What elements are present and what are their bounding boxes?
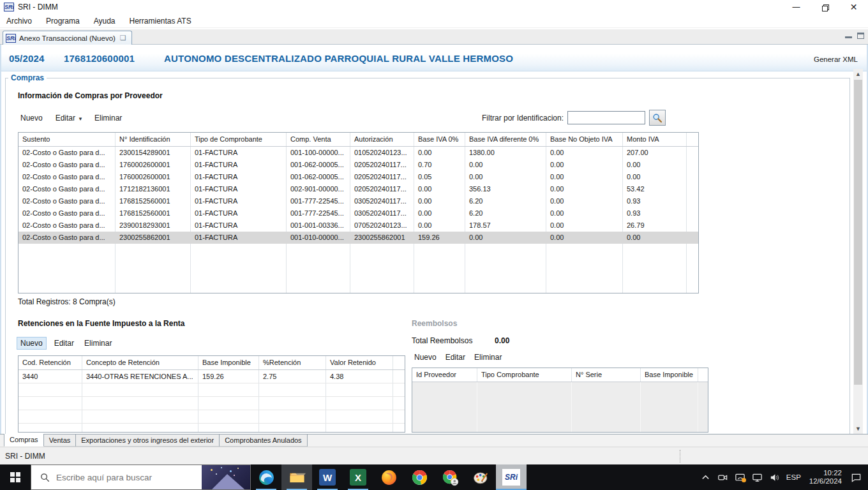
table-cell: 0.00 bbox=[546, 232, 623, 244]
table-cell: 356.13 bbox=[465, 183, 546, 195]
tab-compras[interactable]: Compras bbox=[4, 434, 44, 447]
table-cell: 1712182136001 bbox=[116, 183, 191, 195]
table-cell bbox=[326, 410, 393, 423]
column-header[interactable]: Base Imponible bbox=[198, 356, 259, 369]
table-row[interactable]: 02-Costo o Gasto para d...17600026000010… bbox=[19, 171, 698, 183]
compras-editar-button[interactable]: Editar▼ bbox=[52, 112, 87, 124]
filter-input[interactable] bbox=[567, 111, 645, 124]
taskbar-search[interactable] bbox=[31, 464, 251, 490]
column-header[interactable]: Monto IVA bbox=[623, 133, 687, 146]
restore-button[interactable] bbox=[811, 0, 839, 14]
table-row[interactable] bbox=[19, 397, 405, 410]
column-header[interactable]: Tipo Comprobante bbox=[477, 368, 572, 382]
table-cell: 02-Costo o Gasto para d... bbox=[19, 147, 116, 159]
column-separator bbox=[640, 382, 641, 432]
taxpayer-name-label: AUTONOMO DESCENTRALIZADO PARROQUIAL RURA… bbox=[164, 53, 513, 64]
table-row[interactable]: 02-Costo o Gasto para d...17600026000010… bbox=[19, 159, 698, 171]
tray-clock[interactable]: 10:22 12/6/2024 bbox=[809, 469, 842, 486]
menu-programa[interactable]: Programa bbox=[46, 17, 80, 26]
column-header[interactable]: Concepto de Retención bbox=[82, 356, 198, 369]
notification-cast-icon[interactable] bbox=[735, 471, 746, 483]
compras-table[interactable]: SustentoN° IdentificaciónTipo de Comprob… bbox=[18, 132, 699, 293]
minimize-button[interactable]: — bbox=[782, 0, 811, 14]
column-header[interactable]: N° Serie bbox=[572, 368, 641, 382]
reembolsos-eliminar-button[interactable]: Eliminar bbox=[470, 351, 505, 364]
taskbar-excel[interactable]: X bbox=[343, 464, 373, 490]
column-header[interactable]: Sustento bbox=[19, 133, 116, 146]
filter-search-button[interactable] bbox=[649, 110, 666, 126]
table-row[interactable]: 02-Costo o Gasto para d...17681525600010… bbox=[19, 207, 698, 219]
volume-icon[interactable] bbox=[769, 471, 781, 483]
table-cell: 020520240117... bbox=[350, 171, 414, 183]
table-row[interactable] bbox=[19, 383, 405, 397]
tab-close-icon[interactable]: ❏ bbox=[120, 34, 126, 42]
taskbar-edge[interactable] bbox=[251, 464, 281, 490]
start-button[interactable] bbox=[0, 464, 31, 490]
column-header[interactable]: %Retención bbox=[259, 356, 326, 369]
column-header[interactable]: Valor Retenido bbox=[326, 356, 393, 369]
tab-ventas[interactable]: Ventas bbox=[44, 434, 77, 447]
reembolsos-editar-button[interactable]: Editar bbox=[442, 351, 469, 364]
search-highlight-image[interactable] bbox=[202, 465, 250, 489]
taskbar-file-explorer[interactable] bbox=[281, 464, 312, 490]
taskbar-firefox[interactable] bbox=[373, 464, 404, 490]
table-row[interactable]: 02-Costo o Gasto para d...23002558620010… bbox=[19, 232, 698, 244]
tray-expand-chevron-icon[interactable] bbox=[700, 471, 712, 483]
table-row[interactable]: 02-Costo o Gasto para d...17681525600010… bbox=[19, 195, 698, 207]
reembolsos-title: Reembolsos bbox=[412, 319, 457, 328]
column-header[interactable]: Cod. Retención bbox=[19, 356, 82, 369]
action-center-icon[interactable] bbox=[850, 471, 862, 483]
column-header[interactable]: Tipo de Comprobante bbox=[191, 133, 287, 146]
taskbar-sri-dimm[interactable]: SRi bbox=[496, 464, 527, 490]
close-button[interactable]: ✕ bbox=[839, 0, 868, 14]
tab-exportaciones[interactable]: Exportaciones y otros ingresos del exter… bbox=[76, 434, 220, 447]
reembolsos-table[interactable]: Id ProveedorTipo ComprobanteN° SerieBase… bbox=[412, 368, 708, 433]
window-title: SRI - DIMM bbox=[18, 3, 58, 11]
generar-xml-button[interactable]: Generar XML bbox=[814, 56, 858, 63]
scroll-down-icon[interactable]: ▼ bbox=[853, 424, 863, 434]
table-cell: 01-FACTURA bbox=[191, 232, 287, 244]
taskbar-paint[interactable] bbox=[465, 464, 496, 490]
menu-herramientas-ats[interactable]: Herramientas ATS bbox=[130, 17, 191, 26]
reembolsos-nuevo-button[interactable]: Nuevo bbox=[410, 351, 440, 364]
column-header[interactable]: Base IVA diferente 0% bbox=[465, 133, 546, 146]
scrollbar-thumb[interactable] bbox=[854, 80, 862, 385]
column-header[interactable]: Base No Objeto IVA bbox=[546, 133, 623, 146]
retenciones-eliminar-button[interactable]: Eliminar bbox=[80, 337, 116, 350]
taskbar-word[interactable]: W bbox=[312, 464, 343, 490]
taskbar-chrome[interactable] bbox=[404, 464, 435, 490]
menu-archivo[interactable]: Archivo bbox=[6, 17, 32, 26]
scroll-up-icon[interactable]: ▲ bbox=[853, 69, 863, 79]
column-header[interactable]: Autorización bbox=[350, 133, 414, 146]
reembolsos-toolbar: Nuevo Editar Eliminar bbox=[410, 351, 505, 364]
column-header[interactable]: Comp. Venta bbox=[287, 133, 350, 146]
table-cell: 01-FACTURA bbox=[191, 219, 287, 232]
retenciones-editar-button[interactable]: Editar bbox=[50, 337, 78, 350]
compras-eliminar-button[interactable]: Eliminar bbox=[91, 112, 126, 124]
pane-maximize-icon[interactable] bbox=[857, 33, 864, 39]
table-row[interactable]: 02-Costo o Gasto para d...23001542890010… bbox=[19, 147, 698, 159]
compras-nuevo-button[interactable]: Nuevo bbox=[17, 112, 47, 124]
column-header[interactable]: Base IVA 0% bbox=[414, 133, 465, 146]
vertical-scrollbar[interactable]: ▲ ▼ bbox=[853, 69, 863, 434]
tab-comprobantes-anulados[interactable]: Comprobantes Anulados bbox=[220, 434, 307, 447]
table-row[interactable]: 34403440-OTRAS RETENCIONES A...159.262.7… bbox=[19, 370, 405, 383]
language-indicator[interactable]: ESP bbox=[786, 473, 801, 481]
meet-now-camera-icon[interactable] bbox=[717, 471, 729, 483]
tray-date: 12/6/2024 bbox=[809, 477, 842, 486]
column-header[interactable]: Id Proveedor bbox=[412, 368, 477, 382]
retenciones-table[interactable]: Cod. RetenciónConcepto de RetenciónBase … bbox=[18, 355, 405, 433]
table-cell bbox=[19, 397, 82, 410]
table-cell: 001-777-22545... bbox=[287, 207, 350, 219]
column-header[interactable]: N° Identificación bbox=[116, 133, 191, 146]
table-row[interactable]: 02-Costo o Gasto para d...23900182930010… bbox=[19, 219, 698, 232]
network-icon[interactable] bbox=[752, 471, 763, 483]
table-row[interactable] bbox=[19, 410, 405, 424]
tab-anexo-transaccional[interactable]: SRi Anexo Transaccional (Nuevo) ❏ bbox=[3, 31, 132, 45]
taskbar-chrome-profile[interactable] bbox=[435, 464, 465, 490]
column-header[interactable]: Base Imponible bbox=[641, 368, 698, 382]
table-row[interactable]: 02-Costo o Gasto para d...17121821360010… bbox=[19, 183, 698, 195]
retenciones-nuevo-button[interactable]: Nuevo bbox=[17, 337, 47, 350]
menu-ayuda[interactable]: Ayuda bbox=[94, 17, 116, 26]
pane-minimize-icon[interactable] bbox=[845, 33, 852, 38]
